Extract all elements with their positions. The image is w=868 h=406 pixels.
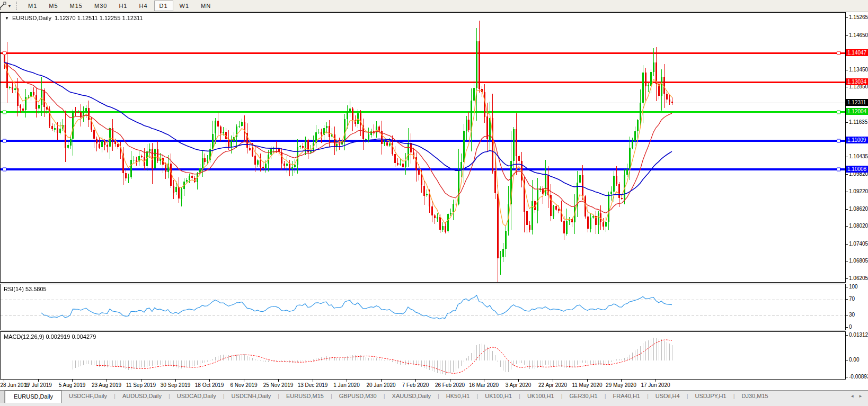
chart-tab-uk100-h1[interactable]: UK100,H1 [520, 391, 561, 402]
price-tick-label: 1.13450 [849, 67, 868, 73]
chart-tab-bar: EURUSD,DailyUSDCHF,Daily|AUDUSD,Daily|US… [0, 390, 868, 406]
chart-tab-usdjpy-h1[interactable]: USDJPY,H1 [688, 391, 733, 402]
mt4-application-window: ▼ M1M5M15M30H1H4D1W1MN ▼ EURUSD,Daily 1.… [0, 0, 868, 406]
price-tick [846, 244, 848, 245]
date-tick [38, 380, 39, 382]
date-label: 6 Nov 2019 [230, 382, 257, 388]
price-tick [846, 122, 848, 123]
macd-tick [846, 335, 848, 336]
price-tick [846, 261, 848, 261]
chart-tab-ger30-h1[interactable]: GER30,H1 [563, 391, 605, 402]
price-tick-label: 1.11635 [849, 119, 867, 125]
chart-title: ▼ EURUSD,Daily 1.12370 1.12511 1.12255 1… [5, 15, 143, 21]
symbol-dropdown-icon[interactable]: ▼ [5, 16, 9, 21]
timeframe-button-m30[interactable]: M30 [89, 1, 112, 11]
tab-scroll-arrows: ◄ ► [850, 391, 868, 399]
macd-label: MACD(12,26,9) 0.002919 0.004279 [4, 333, 96, 340]
price-tick [846, 157, 848, 157]
rsi-tick [846, 299, 848, 300]
date-label: 5 Aug 2019 [59, 382, 86, 388]
date-tick [347, 380, 347, 382]
chart-tab-uk100-h1[interactable]: UK100,H1 [478, 391, 519, 402]
date-label: 20 Jan 2020 [366, 382, 395, 388]
rsi-tick [846, 315, 848, 315]
chart-tab-usoil-h4[interactable]: USOil,H4 [649, 391, 687, 402]
ohlc-values: 1.12370 1.12511 1.12255 1.12311 [55, 15, 143, 21]
timeframe-button-mn[interactable]: MN [196, 1, 216, 11]
date-tick [4, 380, 4, 382]
macd-canvas[interactable] [1, 332, 845, 379]
date-tick [72, 380, 73, 382]
macd-tick-label: 0.00 [849, 357, 859, 363]
rsi-tick [846, 287, 848, 287]
tab-scroll-left-icon[interactable]: ◄ [850, 394, 854, 399]
price-tick [846, 226, 848, 227]
price-badge-1-10008: 1.10008 [846, 166, 868, 173]
price-tick-label: 1.08020 [849, 223, 868, 229]
date-label: 11 Sep 2019 [126, 382, 156, 388]
timeframe-button-m15[interactable]: M15 [65, 1, 88, 11]
price-badge-1-14047: 1.14047 [846, 49, 868, 56]
chart-tab-gbpusd-m30[interactable]: GBPUSD,M30 [332, 391, 384, 402]
chart-tab-fra40-h1[interactable]: FRA40,H1 [606, 391, 647, 402]
date-tick [313, 380, 313, 382]
macd-panel: MACD(12,26,9) 0.002919 0.004279 [0, 331, 846, 380]
price-tick [846, 192, 848, 192]
price-tick-label: 1.15265 [849, 14, 868, 20]
date-label: 30 Sep 2019 [161, 382, 191, 388]
price-tick [846, 278, 848, 279]
date-axis: 28 Jun 201917 Jul 20195 Aug 201923 Aug 2… [0, 380, 846, 390]
chart-tab-hk50-h1[interactable]: HK50,H1 [439, 391, 477, 402]
date-label: 26 Feb 2020 [435, 382, 465, 388]
rsi-tick-label: 30 [849, 312, 855, 318]
rsi-tick-label: 100 [849, 284, 858, 290]
timeframe-button-d1[interactable]: D1 [154, 1, 173, 11]
tool-dropdown-arrow[interactable]: ▼ [7, 4, 12, 8]
date-tick [450, 380, 450, 382]
date-label: 16 Mar 2020 [469, 382, 499, 388]
rsi-tick [846, 327, 848, 328]
price-tick [846, 209, 848, 210]
price-tick [846, 17, 848, 18]
timeframe-button-h4[interactable]: H4 [134, 1, 153, 11]
chart-tab-xauusd-daily[interactable]: XAUUSD,Daily [385, 391, 438, 402]
price-tick-label: 1.09220 [849, 188, 868, 194]
timeframe-button-w1[interactable]: W1 [174, 1, 195, 11]
date-tick [656, 380, 656, 382]
date-label: 29 May 2020 [606, 382, 636, 388]
date-label: 17 Jun 2020 [641, 382, 670, 388]
date-label: 13 Dec 2019 [298, 382, 328, 388]
date-tick [484, 380, 484, 382]
chart-tab-audusd-daily[interactable]: AUDUSD,Daily [116, 391, 169, 402]
timeframe-button-m1[interactable]: M1 [23, 1, 42, 11]
crosshair-icon [0, 2, 6, 10]
macd-tick [846, 377, 848, 377]
date-label: 1 Jan 2020 [333, 382, 360, 388]
date-tick [587, 380, 588, 382]
date-tick [141, 380, 141, 382]
tab-scroll-right-icon[interactable]: ► [858, 394, 863, 399]
rsi-tick-label: 70 [849, 296, 855, 302]
chart-tab-eurusd-m15[interactable]: EURUSD,M15 [279, 391, 331, 402]
symbol-label: EURUSD,Daily [12, 15, 51, 21]
rsi-label: RSI(14) 53.5805 [4, 286, 47, 292]
chart-tab-dj30-m15[interactable]: DJ30,M15 [735, 391, 775, 402]
main-chart-canvas[interactable] [1, 13, 845, 282]
timeframe-button-h1[interactable]: H1 [113, 1, 132, 11]
macd-tick [846, 360, 848, 360]
date-tick [518, 380, 519, 382]
rsi-tick-label: 0 [849, 324, 852, 330]
date-tick [381, 380, 382, 382]
crosshair-tool-icon[interactable]: ▼ [0, 1, 12, 11]
price-tick [846, 87, 848, 87]
timeframe-button-m5[interactable]: M5 [43, 1, 63, 11]
date-tick [621, 380, 622, 382]
chart-tab-eurusd-daily[interactable]: EURUSD,Daily [5, 391, 62, 403]
chart-tab-usdcad-daily[interactable]: USDCAD,Daily [170, 391, 223, 402]
chart-tab-usdchf-daily[interactable]: USDCHF,Daily [62, 391, 114, 402]
price-badge-1-12004: 1.12004 [846, 108, 868, 115]
rsi-panel: RSI(14) 53.5805 [0, 284, 846, 330]
chart-tab-usdcnh-daily[interactable]: USDCNH,Daily [225, 391, 278, 402]
rsi-canvas[interactable] [1, 284, 845, 330]
date-label: 17 Jul 2019 [24, 382, 52, 388]
